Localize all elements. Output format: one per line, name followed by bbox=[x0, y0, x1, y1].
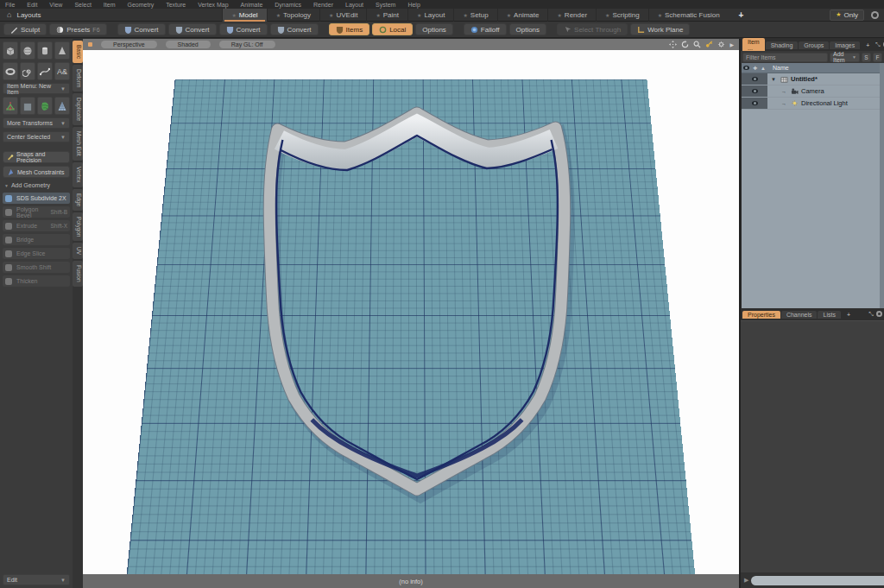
tool-bridge[interactable]: Bridge bbox=[3, 234, 70, 245]
tab-model[interactable]: ★Model bbox=[222, 9, 266, 22]
tool-edge-slice[interactable]: Edge Slice bbox=[3, 248, 70, 259]
convert-button-4[interactable]: Convert bbox=[270, 23, 319, 35]
presets-button[interactable]: PresetsF6 bbox=[49, 23, 106, 35]
center-selected-dropdown[interactable]: Center Selected▼ bbox=[3, 131, 70, 142]
home-icon[interactable]: ⌂ bbox=[7, 10, 11, 19]
work-plane-button[interactable]: Work Plane bbox=[630, 23, 690, 35]
sculpt-button[interactable]: Sculpt bbox=[3, 23, 47, 35]
tool-thicken[interactable]: Thicken bbox=[3, 275, 70, 287]
menu-view[interactable]: View bbox=[49, 2, 62, 8]
add-panel-tab-button[interactable]: + bbox=[861, 41, 875, 49]
wire-cube-tool-button[interactable] bbox=[20, 97, 35, 115]
eye-icon[interactable] bbox=[752, 101, 758, 105]
sphere-tool-button[interactable] bbox=[20, 41, 35, 60]
zoom-icon[interactable] bbox=[693, 41, 701, 48]
tab-uvedit[interactable]: ★UVEdit bbox=[319, 9, 366, 22]
cube-tool-button[interactable] bbox=[3, 41, 18, 60]
eye-icon[interactable] bbox=[752, 77, 758, 81]
tool-sds-subdivide[interactable]: SDS Subdivide 2X bbox=[3, 193, 70, 204]
vtab-duplicate[interactable]: Duplicate bbox=[73, 93, 83, 125]
tab-animate[interactable]: ★Animate bbox=[497, 9, 548, 22]
tab-paint[interactable]: ★Paint bbox=[366, 9, 407, 22]
expand-icon[interactable]: ⤡ bbox=[875, 41, 881, 48]
viewport-mode-shaded[interactable]: Shaded bbox=[166, 41, 211, 48]
tool-smooth-shift[interactable]: Smooth Shift bbox=[3, 262, 70, 273]
key-icon[interactable] bbox=[705, 41, 713, 48]
add-panel-tab-button[interactable]: + bbox=[842, 311, 856, 319]
vtab-vertex[interactable]: Vertex bbox=[73, 162, 83, 187]
menu-edit[interactable]: Edit bbox=[27, 2, 37, 8]
viewport-canvas[interactable] bbox=[83, 50, 739, 574]
gear-icon[interactable] bbox=[717, 41, 725, 48]
tab-schematic-fusion[interactable]: ★Schematic Fusion bbox=[648, 9, 729, 22]
s-button[interactable]: S bbox=[862, 53, 871, 62]
tab-groups[interactable]: Groups bbox=[799, 41, 829, 49]
tab-images[interactable]: Images bbox=[830, 41, 860, 49]
tool-extrude[interactable]: ExtrudeShift-X bbox=[3, 220, 70, 231]
more-transforms-dropdown[interactable]: More Transforms▼ bbox=[3, 117, 70, 129]
select-through-button[interactable]: Select Through bbox=[557, 23, 628, 35]
viewport-3d[interactable]: Perspective Shaded Ray GL: Off ▶ bbox=[83, 39, 739, 588]
gear-icon[interactable] bbox=[871, 11, 879, 19]
sculpt-mesh-tool-button[interactable] bbox=[37, 97, 53, 115]
vtab-fusion[interactable]: Fusion bbox=[73, 261, 83, 287]
menu-dynamics[interactable]: Dynamics bbox=[275, 2, 301, 8]
tab-properties[interactable]: Properties bbox=[742, 311, 780, 319]
item-row-camera[interactable]: → Camera bbox=[742, 85, 884, 98]
layouts-label[interactable]: Layouts bbox=[16, 11, 41, 19]
pan-icon[interactable] bbox=[669, 41, 677, 48]
tab-topology[interactable]: ★Topology bbox=[267, 9, 319, 22]
vtab-mesh-edit[interactable]: Mesh Edit bbox=[73, 127, 83, 161]
add-layout-tab-button[interactable]: + bbox=[729, 10, 755, 20]
menu-render[interactable]: Render bbox=[313, 2, 333, 8]
disclosure-triangle-icon[interactable]: ▼ bbox=[771, 77, 778, 82]
item-row-mesh[interactable]: ▼ Untitled* bbox=[742, 73, 884, 85]
menu-layout[interactable]: Layout bbox=[345, 2, 363, 8]
f-button[interactable]: F bbox=[873, 53, 882, 62]
viewport-raygl-toggle[interactable]: Ray GL: Off bbox=[219, 41, 275, 48]
vtab-deform[interactable]: Deform bbox=[73, 65, 83, 92]
filter-items-input[interactable] bbox=[742, 53, 828, 62]
menu-select[interactable]: Select bbox=[74, 2, 91, 8]
viewport-handle-icon[interactable] bbox=[88, 42, 92, 47]
viewport-mode-perspective[interactable]: Perspective bbox=[101, 41, 157, 48]
action-center-options-button[interactable]: Options bbox=[415, 23, 453, 35]
tab-layout[interactable]: ★Layout bbox=[407, 9, 453, 22]
convert-button-1[interactable]: Convert bbox=[117, 23, 166, 35]
menu-help[interactable]: Help bbox=[407, 2, 420, 8]
spiral-tool-button[interactable] bbox=[20, 62, 35, 80]
only-favorites-button[interactable]: ★Only bbox=[830, 9, 864, 21]
tab-lists[interactable]: Lists bbox=[818, 311, 840, 319]
text-tool-button[interactable]: A& bbox=[54, 62, 70, 80]
expand-icon[interactable]: ⤡ bbox=[868, 311, 874, 318]
mesh-constraints-button[interactable]: Mesh Constraints bbox=[3, 166, 70, 178]
convert-button-3[interactable]: Convert bbox=[219, 23, 268, 35]
add-geometry-header[interactable]: ▼Add Geometry bbox=[3, 180, 70, 190]
vtab-polygon[interactable]: Polygon bbox=[73, 212, 83, 242]
falloff-options-button[interactable]: Options bbox=[509, 23, 547, 35]
tab-setup[interactable]: ★Setup bbox=[453, 9, 496, 22]
menu-vertex-map[interactable]: Vertex Map bbox=[198, 2, 228, 8]
tab-scripting[interactable]: ★Scripting bbox=[596, 9, 648, 22]
menu-geometry[interactable]: Geometry bbox=[127, 2, 154, 8]
wire-cone-tool-button[interactable] bbox=[54, 97, 70, 115]
snaps-precision-button[interactable]: Snaps and Precision bbox=[3, 151, 70, 163]
menu-texture[interactable]: Texture bbox=[166, 2, 186, 8]
vtab-edge[interactable]: Edge bbox=[73, 189, 83, 211]
item-row-directional-light[interactable]: → Directional Light bbox=[742, 98, 884, 110]
local-action-center-button[interactable]: Local bbox=[372, 23, 413, 35]
curve-tool-button[interactable] bbox=[37, 62, 53, 80]
tab-shading[interactable]: Shading bbox=[766, 41, 799, 49]
falloff-button[interactable]: Falloff bbox=[464, 23, 507, 35]
shield-cookie-cutter-mesh[interactable] bbox=[83, 50, 739, 574]
rotate-icon[interactable] bbox=[681, 41, 689, 48]
add-item-dropdown[interactable]: Add Item▼ bbox=[830, 53, 860, 62]
cone-tool-button[interactable] bbox=[54, 41, 70, 60]
items-mode-button[interactable]: Items bbox=[329, 23, 370, 35]
tab-render[interactable]: ★Render bbox=[547, 9, 596, 22]
torus-tool-button[interactable] bbox=[3, 62, 18, 80]
chevron-right-icon[interactable]: ▶ bbox=[729, 41, 734, 47]
item-menu-dropdown[interactable]: Item Menu: New Item▼ bbox=[3, 83, 70, 94]
transform-tool-button[interactable] bbox=[3, 97, 18, 115]
edit-dropdown[interactable]: Edit▼ bbox=[3, 574, 70, 585]
